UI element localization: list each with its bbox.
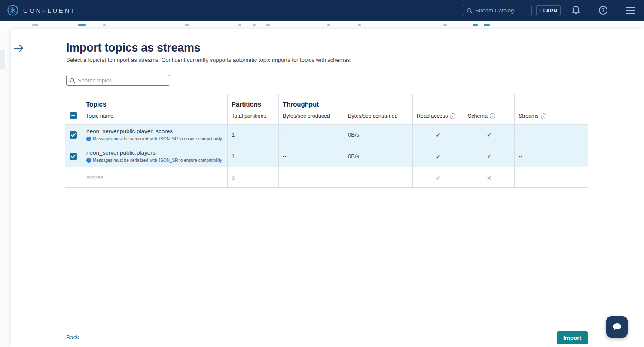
menu-icon[interactable] — [626, 7, 635, 16]
import-button[interactable]: Import — [557, 331, 588, 344]
page-title: Import topics as streams — [66, 41, 200, 55]
table-row[interactable]: neon_server.public.player_scores iMessag… — [65, 125, 588, 146]
search-icon — [467, 8, 473, 14]
topics-table: Topics Topic name Partitions Total parti… — [65, 94, 588, 188]
topic-note: iMessages must be serialized with JSON_S… — [86, 137, 222, 141]
consumed-value: -- — [344, 167, 412, 187]
app-root: CONFLUENT LEARN ? — [0, 0, 644, 347]
header-consumed: Bytes/sec consumed — [344, 94, 412, 124]
topic-search-input[interactable] — [78, 77, 164, 84]
topic-search-box[interactable] — [66, 75, 170, 86]
stream-catalog-input[interactable] — [475, 7, 527, 14]
learn-button[interactable]: LEARN — [536, 5, 561, 16]
select-all-checkbox[interactable] — [70, 112, 77, 119]
schema-cross: ✕ — [464, 167, 514, 187]
partitions-value: 1 — [227, 125, 278, 146]
table-row-disabled: scores 3 -- -- ✓ ✕ -- — [65, 167, 588, 188]
header-read-access: Read accessi — [412, 94, 464, 124]
table-row[interactable]: neon_server.public.players iMessages mus… — [65, 146, 588, 167]
search-icon — [70, 78, 75, 83]
streams-value: -- — [514, 146, 588, 167]
brand-name: CONFLUENT — [23, 7, 76, 14]
header-throughput: Throughput Bytes/sec produced — [278, 94, 344, 124]
back-link[interactable]: Back — [66, 334, 79, 341]
streams-value: -- — [514, 125, 588, 146]
collapse-arrow-icon[interactable] — [13, 43, 25, 53]
read-access-check: ✓ — [412, 167, 464, 187]
stream-catalog-search[interactable] — [463, 5, 532, 16]
collapsed-side-tab — [0, 50, 5, 69]
row-checkbox-checked[interactable] — [70, 131, 77, 139]
info-icon[interactable]: i — [450, 113, 455, 119]
read-access-check: ✓ — [412, 146, 464, 167]
read-access-check: ✓ — [412, 125, 464, 146]
info-icon[interactable]: i — [541, 113, 546, 119]
footer-divider — [11, 324, 644, 324]
header-streams: Streamsi — [514, 94, 588, 124]
chat-button[interactable] — [606, 316, 628, 338]
background-left-strip — [0, 29, 11, 347]
header-schema: Schemai — [464, 94, 514, 124]
produced-value: -- — [278, 146, 344, 167]
produced-value: -- — [278, 125, 344, 146]
topic-name: neon_server.public.players — [86, 149, 156, 156]
topic-note: iMessages must be serialized with JSON_S… — [86, 158, 222, 163]
row-checkbox-checked[interactable] — [70, 153, 77, 160]
table-header: Topics Topic name Partitions Total parti… — [65, 94, 588, 125]
schema-check: ✓ — [464, 146, 514, 167]
top-nav: CONFLUENT LEARN ? — [0, 0, 644, 21]
topic-name: neon_server.public.player_scores — [86, 128, 173, 134]
header-topics: Topics Topic name — [82, 94, 227, 124]
info-icon: i — [86, 158, 91, 163]
consumed-value: 0B/s — [344, 146, 412, 167]
help-icon[interactable]: ? — [598, 6, 608, 15]
header-partitions: Partitions Total partitions — [227, 94, 278, 124]
consumed-value: 0B/s — [344, 125, 412, 146]
confluent-logo-icon[interactable] — [7, 4, 19, 16]
schema-check: ✓ — [464, 125, 514, 146]
produced-value: -- — [278, 167, 344, 187]
page-subtitle: Select a topic(s) to import as streams. … — [66, 57, 351, 63]
info-icon[interactable]: i — [490, 113, 495, 119]
breadcrumb-clipped — [0, 21, 644, 29]
svg-text:?: ? — [601, 7, 604, 13]
partitions-value: 1 — [227, 146, 278, 167]
partitions-value: 3 — [227, 167, 278, 187]
bell-icon[interactable] — [571, 5, 581, 16]
info-icon: i — [86, 137, 91, 141]
streams-value: -- — [514, 167, 588, 187]
topic-name: scores — [86, 174, 104, 180]
import-topics-panel: Import topics as streams Select a topic(… — [11, 29, 644, 347]
header-select-cell — [65, 94, 82, 124]
chat-bubble-icon — [611, 321, 623, 333]
